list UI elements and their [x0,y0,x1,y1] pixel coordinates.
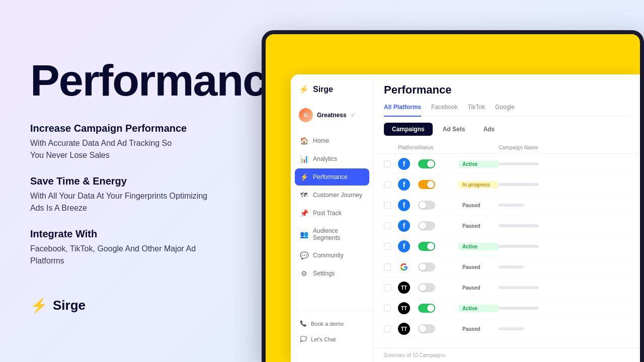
status-toggle[interactable] [418,262,435,272]
row-checkbox[interactable] [384,263,391,270]
sidebar-performance-label: Performance [313,173,348,180]
tablet-mockup: ⚡ Sirge G Greatness ✓ 🏠 Home [262,0,644,362]
book-demo-icon: 📞 [300,320,307,327]
row-checkbox[interactable] [384,284,391,291]
row-checkbox[interactable] [384,202,391,209]
platform-tiktok-icon: TT [398,302,410,314]
toggle-wrapper [418,159,458,168]
workspace-name: Greatness [317,112,347,119]
campaigns-table: Platform Status Campaign Name f [374,142,640,348]
sidebar-item-performance[interactable]: ⚡ Performance [295,168,369,186]
lets-chat-label: Let's Chat [311,336,336,342]
sidebar-audience-label: Audience Segments [313,227,364,241]
row-checkbox[interactable] [384,222,391,229]
toggle-wrapper [418,283,458,292]
col-campaign-name: Campaign Name [499,145,630,150]
sidebar-item-audience[interactable]: 👥 Audience Segments [295,223,369,246]
campaign-bar [499,162,539,165]
book-demo-button[interactable]: 📞 Book a demo [295,317,369,330]
tab-all-platforms[interactable]: All Platforms [384,104,421,117]
community-icon: 💬 [300,251,308,259]
view-tab-ads[interactable]: Ads [475,123,503,136]
col-checkbox [384,145,398,150]
campaign-bar [499,224,539,227]
col-platform: Platform [398,145,418,150]
platform-facebook-icon: f [398,220,410,232]
table-row: f Active [374,236,640,257]
status-badge: Paused [458,325,499,333]
view-tab-campaigns[interactable]: Campaigns [384,123,433,136]
workspace-item[interactable]: G Greatness ✓ [291,104,373,126]
view-tab-adsets[interactable]: Ad Sets [435,123,473,136]
sidebar-item-community[interactable]: 💬 Community [295,247,369,264]
status-toggle[interactable] [418,159,435,168]
table-row: Paused [374,257,640,278]
toggle-wrapper [418,242,458,251]
table-row: TT Paused [374,278,640,298]
platform-facebook-icon: f [398,240,410,252]
toggle-wrapper [418,324,458,333]
row-checkbox[interactable] [384,243,391,250]
main-header: Performance All Platforms Facebook TikTo… [374,74,640,117]
sidebar-item-home[interactable]: 🏠 Home [295,132,369,149]
sidebar-settings-label: Settings [313,270,335,277]
campaign-bar [499,327,524,330]
bolt-icon: ⚡ [30,297,48,314]
status-toggle[interactable] [418,324,435,333]
sidebar-item-analytics[interactable]: 📊 Analytics [295,150,369,167]
sidebar-logo: ⚡ Sirge [291,84,373,104]
platform-google-icon [398,261,410,273]
toggle-wrapper [418,262,458,272]
platform-facebook-icon: f [398,178,410,191]
status-toggle[interactable] [418,304,435,313]
row-checkbox[interactable] [384,181,391,188]
status-toggle[interactable] [418,201,435,210]
sidebar-bottom: 📞 Book a demo 💭 Let's Chat [291,310,373,352]
sidebar-posttrack-label: Post Track [313,210,342,217]
lets-chat-button[interactable]: 💭 Let's Chat [295,332,369,346]
status-badge: Paused [458,263,499,271]
toggle-wrapper [418,201,458,210]
sidebar-item-post-track[interactable]: 📌 Post Track [295,205,369,222]
row-checkbox[interactable] [384,325,391,332]
row-checkbox[interactable] [384,305,391,312]
campaign-bar [499,286,539,289]
tab-tiktok[interactable]: TikTok [468,104,485,117]
status-toggle[interactable] [418,242,435,251]
toggle-wrapper [418,221,458,230]
workspace-avatar: G [299,108,313,122]
status-toggle[interactable] [418,221,435,230]
status-toggle[interactable] [418,283,435,292]
campaign-bar [499,245,539,248]
status-badge: Paused [458,202,499,209]
sidebar-item-customer-journey[interactable]: 🗺 Customer Journey [295,187,369,204]
post-track-icon: 📌 [300,209,308,217]
sidebar-item-settings[interactable]: ⚙ Settings [295,265,369,282]
platform-tabs: All Platforms Facebook TikTok Google [384,104,630,117]
tab-google[interactable]: Google [495,104,515,117]
platform-tiktok-icon: TT [398,323,410,335]
table-row: f In progress [374,174,640,195]
platform-facebook-icon: f [398,158,410,170]
sidebar-home-label: Home [313,137,329,144]
table-row: TT Paused [374,319,640,339]
col-empty [458,145,499,150]
status-badge: Paused [458,222,499,230]
audience-icon: 👥 [300,230,308,238]
status-badge: In progress [458,181,499,189]
lets-chat-icon: 💭 [300,336,307,342]
app-container: ⚡ Sirge G Greatness ✓ 🏠 Home [291,74,640,362]
campaign-bar [499,265,524,268]
tab-facebook[interactable]: Facebook [431,104,458,117]
status-badge: Active [458,160,499,168]
sidebar-analytics-label: Analytics [313,155,337,162]
table-row: f Paused [374,216,640,236]
status-toggle[interactable] [418,180,435,189]
col-status: Status [418,145,458,150]
status-badge: Active [458,243,499,250]
main-content: Performance All Platforms Facebook TikTo… [374,74,640,362]
performance-icon: ⚡ [300,173,308,181]
status-badge: Active [458,305,499,312]
toggle-wrapper [418,304,458,313]
row-checkbox[interactable] [384,160,391,167]
